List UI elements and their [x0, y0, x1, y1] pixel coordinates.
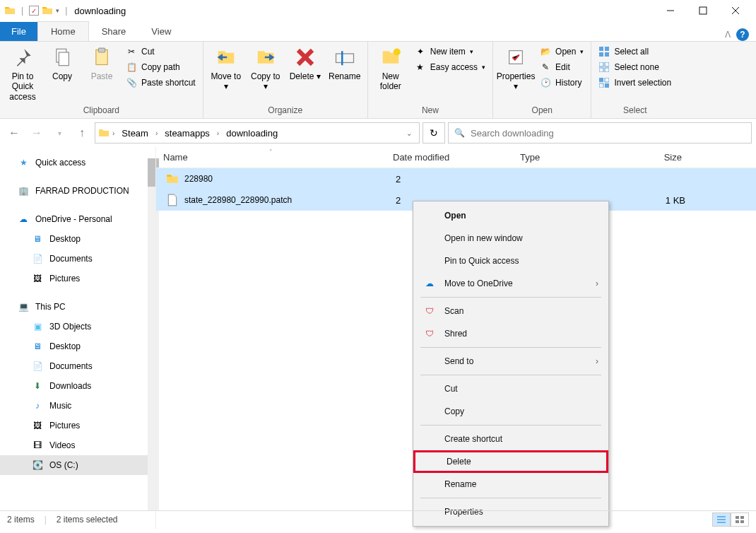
- breadcrumb-item[interactable]: downloading: [222, 125, 282, 141]
- breadcrumb-item[interactable]: Steam: [117, 125, 153, 141]
- cm-copy[interactable]: Copy: [413, 400, 608, 423]
- collapse-ribbon-icon[interactable]: ᐱ: [725, 30, 731, 40]
- paste-button[interactable]: Paste: [83, 45, 120, 83]
- app-folder-icon: [4, 5, 16, 16]
- svg-rect-5: [59, 52, 69, 66]
- cm-open[interactable]: Open: [413, 204, 608, 227]
- cm-move-onedrive[interactable]: ☁Move to OneDrive›: [413, 272, 608, 295]
- sidebar-od-pictures[interactable]: 🖼Pictures: [0, 269, 155, 288]
- cube-icon: ▣: [31, 320, 44, 333]
- large-icons-view-button[interactable]: [731, 512, 749, 527]
- sidebar-od-desktop[interactable]: 🖥Desktop: [0, 229, 155, 249]
- paste-shortcut-icon: 📎: [126, 77, 137, 88]
- cm-cut[interactable]: Cut: [413, 377, 608, 400]
- home-tab[interactable]: Home: [37, 21, 89, 41]
- cm-rename[interactable]: Rename: [413, 473, 608, 496]
- sidebar-onedrive[interactable]: ☁OneDrive - Personal: [0, 209, 155, 229]
- delete-x-icon: [294, 46, 317, 69]
- rename-button[interactable]: Rename: [326, 45, 363, 83]
- cm-send-to[interactable]: Send to›: [413, 350, 608, 373]
- address-dropdown-icon[interactable]: ⌄: [402, 129, 416, 137]
- copy-button[interactable]: Copy: [44, 45, 81, 83]
- sidebar-pc-videos[interactable]: 🎞Videos: [0, 435, 155, 455]
- title-bar: | ✓ ▾ | downloading: [0, 0, 756, 21]
- easy-access-button[interactable]: ★Easy access ▾: [412, 60, 488, 74]
- submenu-arrow-icon: ›: [596, 356, 598, 366]
- up-button[interactable]: ↑: [72, 123, 92, 143]
- sidebar-quick-access[interactable]: ★Quick access: [0, 153, 155, 172]
- new-folder-button[interactable]: New folder: [372, 45, 409, 93]
- file-tab[interactable]: File: [0, 22, 37, 41]
- cm-scan[interactable]: 🛡Scan: [413, 300, 608, 322]
- view-tab[interactable]: View: [138, 22, 184, 41]
- sidebar-pc-downloads[interactable]: ⬇Downloads: [0, 376, 155, 396]
- column-type[interactable]: Type: [513, 152, 619, 163]
- cm-pin-quick-access[interactable]: Pin to Quick access: [413, 250, 608, 272]
- qat-checkbox-icon[interactable]: ✓: [29, 6, 39, 16]
- videos-icon: 🎞: [31, 439, 44, 452]
- select-all-button[interactable]: Select all: [596, 45, 674, 59]
- refresh-button[interactable]: ↻: [423, 122, 445, 144]
- forward-button[interactable]: →: [27, 123, 47, 143]
- address-bar[interactable]: › Steam › steamapps › downloading ⌄: [95, 122, 420, 144]
- rename-icon: [333, 46, 356, 69]
- delete-button[interactable]: Delete ▾: [287, 45, 324, 83]
- copy-to-button[interactable]: Copy to ▾: [247, 45, 284, 93]
- sidebar-3d-objects[interactable]: ▣3D Objects: [0, 317, 155, 336]
- address-folder-icon: [98, 127, 110, 139]
- cm-delete[interactable]: Delete: [413, 450, 608, 473]
- qat-dropdown-icon[interactable]: ▾: [56, 7, 59, 14]
- svg-rect-29: [736, 520, 739, 523]
- cm-create-shortcut[interactable]: Create shortcut: [413, 428, 608, 450]
- sidebar-pc-desktop[interactable]: 🖥Desktop: [0, 336, 155, 356]
- file-row[interactable]: 228980 2: [156, 168, 756, 189]
- svg-rect-18: [599, 68, 603, 72]
- edit-button[interactable]: ✎Edit: [537, 60, 586, 74]
- open-button[interactable]: 📂Open ▾: [537, 45, 586, 59]
- svg-rect-17: [605, 62, 609, 66]
- sidebar-pc-pictures[interactable]: 🖼Pictures: [0, 416, 155, 435]
- sidebar-pc-music[interactable]: ♪Music: [0, 396, 155, 416]
- recent-locations-button[interactable]: ▾: [49, 123, 69, 143]
- column-size[interactable]: Size: [619, 152, 690, 163]
- properties-button[interactable]: Properties ▾: [497, 45, 534, 93]
- sidebar-pc-documents[interactable]: 📄Documents: [0, 356, 155, 376]
- history-button[interactable]: 🕑History: [537, 76, 586, 90]
- sidebar-this-pc[interactable]: 💻This PC: [0, 297, 155, 317]
- details-view-button[interactable]: [712, 512, 731, 527]
- select-none-button[interactable]: Select none: [596, 60, 674, 74]
- invert-selection-icon: [598, 77, 610, 88]
- qat-folder-icon[interactable]: [42, 5, 53, 16]
- properties-icon: [504, 46, 527, 69]
- sidebar-pc-os[interactable]: 💽OS (C:): [0, 455, 155, 475]
- cut-button[interactable]: ✂Cut: [123, 45, 199, 59]
- pictures-icon: 🖼: [31, 419, 44, 432]
- back-button[interactable]: ←: [4, 123, 24, 143]
- column-date[interactable]: Date modified: [386, 152, 513, 163]
- cm-open-new-window[interactable]: Open in new window: [413, 227, 608, 250]
- sidebar-od-documents[interactable]: 📄Documents: [0, 249, 155, 269]
- breadcrumb-item[interactable]: steamapps: [160, 125, 214, 141]
- search-input[interactable]: 🔍 Search downloading: [448, 122, 752, 144]
- history-icon: 🕑: [540, 77, 551, 88]
- copy-path-icon: 📋: [126, 62, 137, 73]
- invert-selection-button[interactable]: Invert selection: [596, 76, 674, 90]
- sidebar-custom[interactable]: 🏢FARRAD PRODUCTION: [0, 181, 155, 201]
- new-item-button[interactable]: ✦New item ▾: [412, 45, 488, 59]
- share-tab[interactable]: Share: [89, 22, 139, 41]
- status-selected-count: 2 items selected: [57, 515, 118, 525]
- paste-shortcut-button[interactable]: 📎Paste shortcut: [123, 76, 199, 90]
- move-to-icon: [215, 46, 237, 69]
- building-icon: 🏢: [17, 184, 30, 197]
- open-icon: 📂: [540, 46, 551, 57]
- maximize-button[interactable]: [687, 0, 719, 21]
- pin-to-quick-access-button[interactable]: Pin to Quick access: [4, 45, 41, 103]
- svg-point-10: [393, 49, 400, 56]
- minimize-button[interactable]: [654, 0, 687, 21]
- cm-shred[interactable]: 🛡Shred: [413, 322, 608, 345]
- help-icon[interactable]: ?: [736, 28, 749, 41]
- move-to-button[interactable]: Move to ▾: [208, 45, 244, 93]
- desktop-icon: 🖥: [31, 340, 44, 353]
- copy-path-button[interactable]: 📋Copy path: [123, 60, 199, 74]
- close-button[interactable]: [719, 0, 752, 21]
